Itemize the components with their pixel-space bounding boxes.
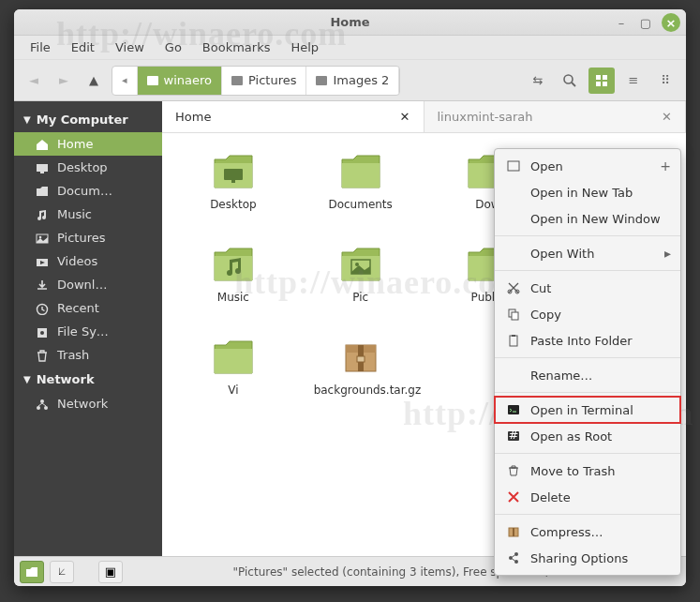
sidebar-item-music[interactable]: Music [14,203,162,226]
blank-icon [506,185,521,200]
path-segment[interactable]: Images 2 [306,67,399,95]
file-item[interactable]: Pic [299,237,423,326]
file-item[interactable]: Documents [299,144,423,233]
folder-icon [211,336,256,380]
up-button[interactable]: ▲ [82,68,106,94]
svg-text:#: # [509,429,519,442]
archive-icon [340,336,381,380]
ctx-open[interactable]: Open+ [495,153,680,179]
file-item[interactable]: Vi [171,330,295,419]
ctx-open-in-terminal[interactable]: Open in Terminal [495,397,680,423]
sidebar-item-downl[interactable]: Downl… [14,273,162,296]
svg-point-20 [355,263,359,266]
sidebar-item-videos[interactable]: Videos [14,249,162,273]
forward-button[interactable]: ► [52,68,76,94]
menubar: FileEditViewGoBookmarksHelp [14,36,686,60]
ctx-open-in-new-tab[interactable]: Open in New Tab [495,179,680,205]
path-segment[interactable]: winaero [138,67,222,95]
toggle-location-icon[interactable]: ⇆ [525,68,551,94]
menu-edit[interactable]: Edit [63,38,103,57]
ctx-compress-[interactable]: Compress… [495,519,680,545]
menu-help[interactable]: Help [282,38,327,57]
separator [495,235,680,236]
svg-rect-4 [596,82,601,86]
svg-rect-33 [512,312,518,320]
separator [495,453,680,454]
icon-view-button[interactable] [588,68,615,94]
close-button[interactable]: × [662,13,680,32]
sidebar-item-docum[interactable]: Docum… [14,179,162,203]
folder-icon [35,185,50,198]
svg-rect-36 [508,405,519,414]
show-hidden-button[interactable]: ▣ [98,561,123,583]
ctx-cut[interactable]: Cut [495,275,680,301]
music-icon [35,208,50,221]
ctx-delete[interactable]: Delete [495,484,680,510]
folder-desktop-icon [211,150,256,194]
toolbar: ◄ ► ▲ ◂winaeroPicturesImages 2 ⇆ ≡ ⠿ [14,60,686,101]
search-icon[interactable] [557,68,583,94]
ctx-move-to-trash[interactable]: Move to Trash [495,458,680,484]
svg-rect-7 [40,172,44,173]
network-icon [35,398,50,411]
sidebar-item-home[interactable]: Home [14,132,162,156]
context-menu: Open+Open in New TabOpen in New WindowOp… [494,148,681,576]
tree-toggle-button[interactable]: ⟀ [50,561,74,583]
folder-icon [338,150,383,194]
sidebar-item-trash[interactable]: Trash [14,343,162,367]
sidebar-section-header[interactable]: ▼Network [14,367,162,392]
ctx-copy[interactable]: Copy [495,301,680,327]
sidebar-item-pictures[interactable]: Pictures [14,226,162,249]
sidebar-item-filesy[interactable]: File Sy… [14,320,162,343]
ctx-sharing-options[interactable]: Sharing Options [495,545,680,571]
home-icon [35,138,50,151]
tab[interactable]: Home✕ [162,101,424,132]
places-toggle-button[interactable] [20,561,44,583]
folder-pictures-icon [338,243,383,287]
tab[interactable]: linuxmint-sarah✕ [424,101,687,132]
titlebar[interactable]: Home – ▢ × [14,9,686,36]
back-button[interactable]: ◄ [22,68,46,94]
menu-file[interactable]: File [22,38,59,57]
svg-rect-18 [231,180,235,183]
svg-point-13 [40,331,44,335]
svg-point-15 [37,406,40,410]
file-item[interactable]: Desktop [171,144,295,233]
copy-icon [506,307,521,322]
compress-icon [506,524,521,539]
ctx-rename-[interactable]: Rename… [495,362,680,388]
tab-close-icon[interactable]: ✕ [400,110,410,124]
sidebar-section-header[interactable]: ▼My Computer [14,107,162,132]
file-item[interactable]: backgrounds.tar.gz [299,330,423,419]
sidebar-item-desktop[interactable]: Desktop [14,156,162,179]
share-icon [506,550,521,565]
menu-bookmarks[interactable]: Bookmarks [194,38,279,57]
sidebar-item-network[interactable]: Network [14,392,162,415]
path-segment[interactable]: ◂ [112,67,138,95]
ctx-open-in-new-window[interactable]: Open in New Window [495,205,680,232]
submenu-indicator: ▸ [664,246,671,261]
separator [495,270,680,271]
window-controls: – ▢ × [613,13,680,32]
videos-icon [35,255,50,268]
separator [495,357,680,358]
menu-view[interactable]: View [107,38,153,57]
menu-go[interactable]: Go [156,38,190,57]
minimize-button[interactable]: – [613,14,630,31]
ctx-open-with[interactable]: Open With▸ [495,240,680,266]
svg-rect-5 [603,82,607,86]
list-view-button[interactable]: ≡ [620,68,647,94]
tab-close-icon[interactable]: ✕ [662,110,672,124]
compact-view-button[interactable]: ⠿ [652,68,678,94]
svg-rect-35 [512,335,515,337]
ctx-open-as-root[interactable]: #Open as Root [495,423,680,449]
sidebar-item-recent[interactable]: Recent [14,296,162,320]
sidebar: ▼My ComputerHomeDesktopDocum…MusicPictur… [14,101,162,556]
svg-point-14 [40,399,44,403]
open-icon [506,158,521,173]
maximize-button[interactable]: ▢ [637,14,654,31]
ctx-paste-into-folder[interactable]: Paste Into Folder [495,327,680,354]
file-item[interactable]: Music [171,237,295,326]
separator [495,392,680,393]
path-segment[interactable]: Pictures [222,67,306,95]
